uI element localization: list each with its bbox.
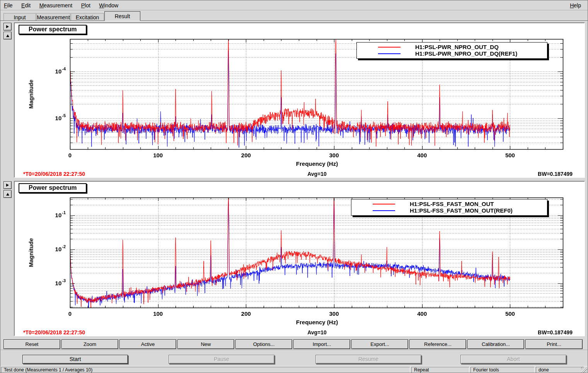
- plot1-x-axis-label: Frequency (Hz): [259, 160, 375, 167]
- tab-result[interactable]: Result: [104, 11, 140, 21]
- status-bar: Test done (Measurements 1 / Averages 10)…: [0, 366, 588, 373]
- legend-line-swatch: [373, 210, 395, 211]
- plot1-pan-up-button[interactable]: [3, 32, 12, 39]
- calibration-button[interactable]: Calibration...: [467, 339, 524, 349]
- resume-button: Resume: [315, 355, 421, 364]
- tab-input[interactable]: Input: [3, 13, 36, 21]
- plot1-avg-annotation: Avg=10: [259, 171, 375, 177]
- menu-bar: File Edit Measurement Plot Window Help: [0, 0, 588, 11]
- arrow-up-icon: [6, 34, 9, 37]
- menu-window[interactable]: Window: [95, 0, 122, 10]
- export-button[interactable]: Export...: [351, 339, 408, 349]
- plot1-t0-annotation: *T0=20/06/2018 22:27:50: [23, 171, 85, 177]
- import-button[interactable]: Import...: [293, 339, 350, 349]
- pause-button: Pause: [169, 355, 274, 364]
- status-tool: Fourier tools: [470, 367, 535, 373]
- plot2-x-axis-label: Frequency (Hz): [259, 319, 375, 325]
- plot-panel-2: Power spectrum H1:PSL-FSS_FAST_MON_OUT H…: [14, 181, 585, 336]
- arrow-right-icon: [6, 184, 9, 187]
- diaggui-window: File Edit Measurement Plot Window Help I…: [0, 0, 588, 373]
- reference-button[interactable]: Reference...: [409, 339, 466, 349]
- tab-bar: Input Measurement Excitation Result: [0, 11, 588, 21]
- plot2-t0-annotation: *T0=20/06/2018 22:27:50: [23, 329, 85, 336]
- measurement-controls: Start Pause Resume Abort: [0, 354, 588, 366]
- arrow-right-icon: [6, 25, 9, 28]
- plot1-title: Power spectrum: [19, 25, 87, 34]
- status-state: done: [536, 367, 584, 373]
- plot2-legend: H1:PSL-FSS_FAST_MON_OUT H1:PSL-FSS_FAST_…: [351, 199, 547, 216]
- new-button[interactable]: New: [177, 339, 234, 349]
- plot2-pan-right-button[interactable]: [3, 181, 12, 189]
- legend-label: H1:PSL-PWR_NPRO_OUT_DQ: [415, 44, 499, 50]
- print-button[interactable]: Print...: [525, 339, 583, 349]
- zoom-button[interactable]: Zoom: [61, 339, 118, 349]
- legend-label: H1:PSL-PWR_NPRO_OUT_DQ(REF1): [415, 50, 517, 57]
- reset-button[interactable]: Reset: [3, 339, 60, 349]
- plot2-bw-annotation: BW=0.187499: [538, 329, 573, 336]
- legend-entry: H1:PSL-FSS_FAST_MON_OUT(REF0): [351, 207, 547, 214]
- legend-line-swatch: [373, 204, 395, 204]
- legend-label: H1:PSL-FSS_FAST_MON_OUT: [410, 201, 494, 207]
- legend-line-swatch: [378, 47, 401, 48]
- menu-edit[interactable]: Edit: [18, 0, 34, 10]
- legend-entry: H1:PSL-PWR_NPRO_OUT_DQ: [357, 44, 547, 50]
- status-message: Test done (Measurements 1 / Averages 10): [1, 367, 410, 373]
- legend-entry: H1:PSL-PWR_NPRO_OUT_DQ(REF1): [357, 50, 547, 57]
- resize-grip[interactable]: [581, 367, 587, 373]
- plot1-y-axis-label: Magnitude: [28, 71, 34, 118]
- status-repeat: Repeat: [411, 367, 469, 373]
- menu-measurement[interactable]: Measurement: [36, 0, 76, 10]
- legend-entry: H1:PSL-FSS_FAST_MON_OUT: [351, 201, 547, 207]
- plot-panel-1: Power spectrum H1:PSL-PWR_NPRO_OUT_DQ H1…: [14, 22, 585, 178]
- tab-measurement[interactable]: Measurement: [36, 13, 70, 21]
- plot1-pan-right-button[interactable]: [3, 23, 12, 31]
- plot2-pan-up-button[interactable]: [3, 190, 12, 198]
- active-button[interactable]: Active: [119, 339, 176, 349]
- plot-toolbar: Reset Zoom Active New Options... Import.…: [0, 339, 588, 351]
- tab-excitation[interactable]: Excitation: [71, 13, 104, 21]
- menu-plot[interactable]: Plot: [78, 0, 94, 10]
- plot1-legend: H1:PSL-PWR_NPRO_OUT_DQ H1:PSL-PWR_NPRO_O…: [356, 42, 547, 59]
- legend-line-swatch: [378, 53, 401, 54]
- arrow-up-icon: [6, 193, 9, 196]
- plot2-y-axis-label: Magnitude: [28, 230, 34, 276]
- options-button[interactable]: Options...: [235, 339, 292, 349]
- abort-button: Abort: [460, 355, 566, 364]
- menu-file[interactable]: File: [0, 0, 16, 10]
- plot2-avg-annotation: Avg=10: [259, 329, 375, 336]
- plot2-title: Power spectrum: [19, 183, 87, 193]
- start-button[interactable]: Start: [22, 355, 128, 364]
- menu-help[interactable]: Help: [566, 0, 585, 10]
- legend-label: H1:PSL-FSS_FAST_MON_OUT(REF0): [410, 207, 513, 214]
- plot1-bw-annotation: BW=0.187499: [538, 171, 573, 177]
